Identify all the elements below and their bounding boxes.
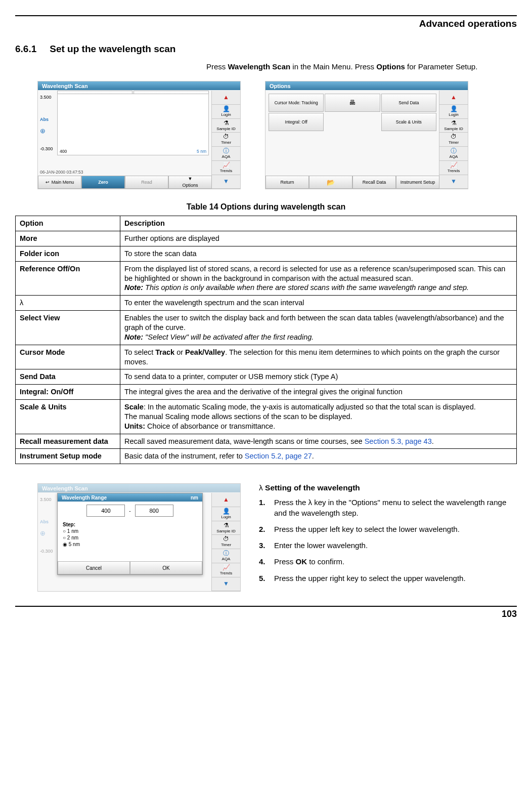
login-button[interactable]: 👤Login [439,105,468,119]
table-col-description: Description [120,216,517,231]
table-row: MoreFurther options are displayed [16,231,517,246]
list-item: Press the λ key in the "Options" menu to… [259,497,517,518]
send-folder-button[interactable]: 🖶 [325,94,380,112]
scroll-down-button[interactable]: ▼ [212,175,240,189]
timer-icon: ⏱ [223,536,229,543]
table-row: Folder iconTo store the scan data [16,246,517,261]
table-row: Scale & Units Scale: In the automatic Sc… [16,400,517,434]
arrow-down-icon: ▼ [223,580,229,587]
back-arrow-icon: ↩ [46,180,50,185]
sample-id-button[interactable]: ⚗Sample ID [212,521,240,535]
scroll-up-button[interactable]: ▲ [439,91,468,105]
arrow-down-icon: ▼ [451,178,457,185]
login-icon: 👤 [450,106,458,112]
login-button[interactable]: 👤Login [212,105,240,119]
y-max-value: 3.500 [40,95,52,100]
arrow-up-icon: ▲ [451,94,457,101]
trends-icon: 📈 [223,162,230,169]
login-icon: 👤 [223,106,230,112]
login-icon: 👤 [223,508,230,515]
scroll-up-button[interactable]: ▲ [212,91,240,105]
intro-text: Press Wavelength Scan in the Main Menu. … [206,62,517,72]
upper-wavelength-input[interactable] [135,505,173,517]
instrument-setup-button[interactable]: Instrument Setup [396,176,439,189]
flask-icon: ⚗ [451,120,457,127]
zero-button[interactable]: Zero [81,176,125,189]
recall-data-folder-button[interactable]: 📂 [309,176,352,189]
table-caption: Table 14 Options during wavelength scan [15,202,517,212]
list-item: Enter the lower wavelength. [259,540,517,551]
step-2nm-radio[interactable]: ○ 2 nm [63,535,197,540]
trends-button[interactable]: 📈Trends [212,563,240,577]
dialog-unit: nm [191,495,198,501]
cross-reference-link[interactable]: Section 5.3, page 43 [365,437,432,445]
x-step-value: 5 nm [197,149,206,154]
pc-link-icon: 🖶 [349,99,356,106]
scroll-up-button[interactable]: ▲ [212,493,240,507]
page-header: Advanced operations [15,18,517,29]
table-row: Send DataTo send data to a printer, comp… [16,369,517,385]
timer-icon: ⏱ [451,134,457,140]
aqa-icon: ⓘ [223,148,229,154]
timer-button[interactable]: ⏱Timer [439,133,468,147]
list-item: Press the upper right key to select the … [259,573,517,584]
recall-data-button[interactable]: Recall Data [352,176,396,189]
dialog-ok-button[interactable]: OK [130,561,202,574]
sample-id-button[interactable]: ⚗Sample ID [439,119,468,133]
trends-button[interactable]: 📈Trends [439,161,468,175]
scroll-down-button[interactable]: ▼ [439,175,468,189]
options-button[interactable]: ▼Options [168,176,212,189]
table-row: λTo enter the wavelength spectrum and th… [16,296,517,311]
aqa-button[interactable]: ⓘAQA [212,147,240,161]
section-number: 6.6.1 [15,44,36,55]
arrow-up-icon: ▲ [223,94,229,101]
arrow-up-icon: ▲ [223,496,229,503]
step-label: Step: [63,522,75,527]
aqa-button[interactable]: ⓘAQA [212,549,240,563]
scroll-down-button[interactable]: ▼ [212,577,240,592]
aqa-button[interactable]: ⓘAQA [439,147,468,161]
table-col-option: Option [16,216,120,231]
step-list: Press the λ key in the "Options" menu to… [259,497,517,584]
timer-button[interactable]: ⏱Timer [212,535,240,549]
plot-area: 400 5 nm [57,94,209,155]
trends-button[interactable]: 📈Trends [212,161,240,175]
cursor-mode-button[interactable]: Cursor Mode: Tracking [269,94,324,112]
list-item: Press OK to confirm. [259,557,517,567]
wavelength-scan-screenshot: Wavelength Scan More... 📁 Reference:Off … [37,81,241,189]
integral-button[interactable]: Integral: Off [269,113,324,131]
table-row: Recall measurement data Recall saved mea… [16,434,517,449]
step-1nm-radio[interactable]: ○ 1 nm [63,528,197,534]
list-item: Press the upper left key to select the l… [259,524,517,534]
send-data-button[interactable]: Send Data [381,94,436,112]
options-table: Option Description MoreFurther options a… [15,216,517,464]
page-number: 103 [15,606,517,619]
table-row: Select View Enables the user to switch t… [16,311,517,345]
table-row: Instrument Setup mode Basic data of the … [16,449,517,464]
return-button[interactable]: Return [265,176,309,189]
y-min-value: -0.300 [40,146,53,151]
y-unit-label: Abs [40,117,49,122]
table-row: Cursor Mode To select Track or Peak/Vall… [16,345,517,369]
dialog-title: Wavelength Range [62,495,107,501]
flask-icon: ⚗ [224,120,229,127]
dialog-cancel-button[interactable]: Cancel [58,561,130,574]
timer-button[interactable]: ⏱Timer [212,133,240,147]
table-row: Reference Off/On From the displayed list… [16,261,517,296]
step-5nm-radio[interactable]: ◉ 5 nm [63,542,197,547]
wavelength-range-screenshot: Wavelength Scan 3.500 Abs ⊕ -0.300 ▲ 👤Lo… [37,483,241,592]
trends-icon: 📈 [223,564,230,571]
login-button[interactable]: 👤Login [212,507,240,521]
lower-wavelength-input[interactable] [86,505,125,517]
section-title: Set up the wavelength scan [50,44,175,55]
timestamp: 06-JAN-2000 03:47:53 [40,170,83,175]
timer-icon: ⏱ [223,134,229,140]
sample-id-button[interactable]: ⚗Sample ID [212,119,240,133]
window-title: Wavelength Scan [38,81,240,90]
zoom-icon[interactable]: ⊕ [40,127,46,135]
cross-reference-link[interactable]: Section 5.2, page 27 [245,452,312,460]
wavelength-range-dialog: Wavelength Range nm - Step: ○ 1 nm ○ 2 n… [57,493,203,575]
read-button[interactable]: Read [125,176,168,189]
scale-units-button[interactable]: Scale & Units [381,113,436,131]
main-menu-button[interactable]: ↩Main Menu [38,176,81,189]
